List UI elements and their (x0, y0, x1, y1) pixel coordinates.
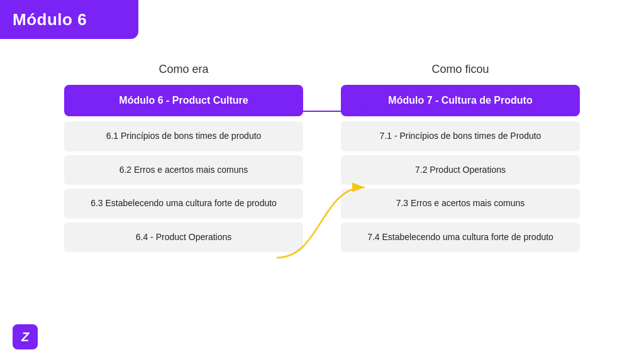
list-item-last: 7.4 Estabelecendo uma cultura forte de p… (341, 222, 580, 253)
list-item: 7.1 - Princípios de bons times de Produt… (341, 121, 580, 151)
left-column: Como era Módulo 6 - Product Culture 6.1 … (64, 63, 303, 256)
list-item: 7.3 Erros e acertos mais comuns (341, 189, 580, 219)
columns-container: Como era Módulo 6 - Product Culture 6.1 … (25, 63, 619, 256)
right-column: Como ficou Módulo 7 - Cultura de Produto… (341, 63, 580, 256)
logo-box: Z (13, 324, 38, 349)
list-item: 7.2 Product Operations (341, 155, 580, 185)
list-item: 6.2 Erros e acertos mais comuns (64, 155, 303, 185)
left-module-header: Módulo 6 - Product Culture (64, 85, 303, 116)
right-module-header: Módulo 7 - Cultura de Produto (341, 85, 580, 116)
logo-letter: Z (21, 330, 29, 344)
page-title: Módulo 6 (13, 10, 87, 30)
list-item-last: 6.4 - Product Operations (64, 222, 303, 253)
left-column-heading: Como era (64, 63, 303, 76)
header-bar: Módulo 6 (0, 0, 138, 39)
right-column-heading: Como ficou (341, 63, 580, 76)
list-item: 6.3 Estabelecendo uma cultura forte de p… (64, 189, 303, 219)
list-item: 6.1 Princípios de bons times de produto (64, 121, 303, 151)
main-content: Como era Módulo 6 - Product Culture 6.1 … (0, 44, 644, 268)
